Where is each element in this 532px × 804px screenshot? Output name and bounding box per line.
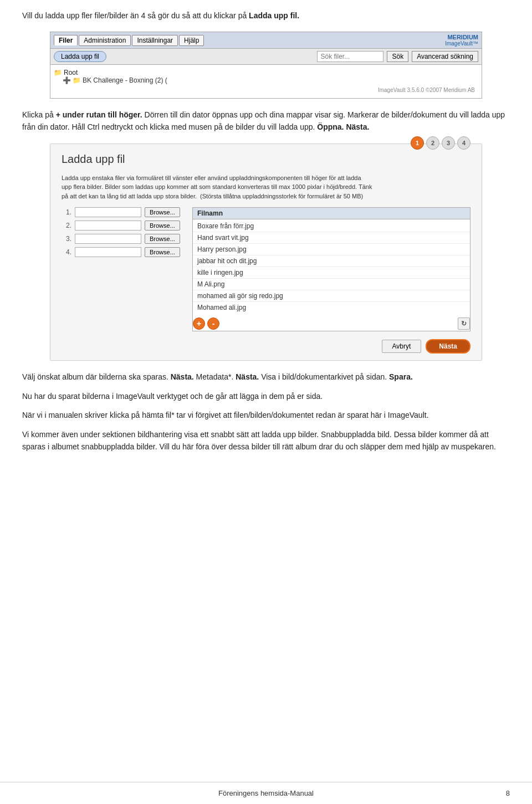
- footer-page-number: 8: [506, 789, 510, 797]
- file-input-1[interactable]: [75, 207, 141, 217]
- file-list-body: Boxare från förr.jpg Hand svart vit.jpg …: [193, 219, 470, 314]
- tree-child-label: BK Challenge - Boxning (2) (: [83, 76, 167, 84]
- lower-section-1: Välj önskat album där bilderna ska spara…: [22, 371, 510, 383]
- upload-description: Ladda upp enstaka filer via formuläret t…: [62, 173, 470, 201]
- tree-child: ➕ 📁 BK Challenge - Boxning (2) (: [63, 76, 478, 84]
- section-instruction: Klicka på + under rutan till höger. Dörr…: [22, 109, 510, 134]
- lower-section-2: Nu har du sparat bilderna i ImageVault v…: [22, 390, 510, 402]
- add-file-button[interactable]: +: [193, 317, 205, 330]
- lower-spara: Spara.: [389, 372, 413, 381]
- file-item-2: Hand svart vit.jpg: [193, 232, 470, 244]
- row-num-1: 1.: [62, 208, 71, 216]
- upload-row-3: 3. Browse...: [62, 234, 183, 244]
- search-input[interactable]: [317, 51, 383, 62]
- instruction-oppna: Öppna.: [317, 122, 344, 131]
- lower-nasta1: Nästa.: [171, 372, 194, 381]
- next-button[interactable]: Nästa: [426, 339, 470, 354]
- app-tree: 📁 Root ➕ 📁 BK Challenge - Boxning (2) (: [54, 67, 478, 86]
- row-num-3: 3.: [62, 235, 71, 243]
- footer-center: Föreningens hemsida-Manual: [218, 789, 314, 797]
- upload-dialog-title: Ladda upp fil: [62, 153, 125, 166]
- upload-steps: 1 2 3 4: [411, 136, 470, 150]
- file-item-8: Mohamed ali.jpg: [193, 302, 470, 313]
- app-titlebar: Filer Administration Inställningar Hjälp…: [50, 32, 482, 49]
- advsearch-button[interactable]: Avancerad sökning: [412, 51, 478, 62]
- logo-product: ImageVault™: [445, 40, 478, 47]
- top-para-text: Vill du ladda upp fler filer/bilder än 4…: [22, 11, 249, 20]
- instruction-nasta1: Nästa.: [346, 122, 369, 131]
- file-input-3[interactable]: [75, 234, 141, 244]
- file-list-header: Filnamn: [193, 208, 470, 219]
- upload-button[interactable]: Ladda upp fil: [54, 51, 106, 62]
- top-paragraph: Vill du ladda upp fler filer/bilder än 4…: [22, 10, 510, 22]
- page-wrapper: Vill du ladda upp fler filer/bilder än 4…: [0, 0, 532, 804]
- step-3: 3: [442, 136, 455, 150]
- logo-name: MERIDIUM: [445, 34, 478, 40]
- search-button[interactable]: Sök: [387, 51, 408, 62]
- page-footer: Föreningens hemsida-Manual 8: [0, 782, 532, 804]
- cancel-button[interactable]: Avbryt: [382, 340, 422, 353]
- nav-filer[interactable]: Filer: [54, 35, 78, 45]
- file-item-4: jabbar hit och dit.jpg: [193, 255, 470, 267]
- upload-list-controls: + - ↻: [193, 314, 470, 331]
- row-num-2: 2.: [62, 222, 71, 229]
- step-4: 4: [457, 136, 470, 150]
- file-item-1: Boxare från förr.jpg: [193, 221, 470, 232]
- file-input-4[interactable]: [75, 247, 141, 257]
- upload-row-2: 2. Browse...: [62, 221, 183, 231]
- file-item-6: M Ali.png: [193, 279, 470, 290]
- app-window: Filer Administration Inställningar Hjälp…: [50, 32, 482, 99]
- upload-left: 1. Browse... 2. Browse... 3. Browse...: [62, 207, 183, 331]
- browse-btn-2[interactable]: Browse...: [145, 221, 180, 231]
- file-input-2[interactable]: [75, 221, 141, 231]
- lower-section-4: Vi kommer även under sektionen bildhante…: [22, 428, 510, 453]
- remove-file-button[interactable]: -: [207, 317, 219, 330]
- nav-installningar[interactable]: Inställningar: [132, 35, 178, 46]
- tree-root-label: Root: [64, 69, 78, 76]
- app-footer-info: ImageVault 3.5.6.0 ©2007 Meridium AB: [54, 86, 478, 94]
- top-para-bold: Ladda upp fil.: [249, 11, 299, 20]
- upload-dialog: Ladda upp fil 1 2 3 4 Ladda upp enstaka …: [50, 144, 482, 361]
- folder-icon-child: 📁: [73, 76, 81, 84]
- upload-row-1: 1. Browse...: [62, 207, 183, 217]
- instruction-line1: Klicka på + under rutan till höger. Dörr…: [22, 109, 510, 134]
- browse-btn-4[interactable]: Browse...: [145, 247, 180, 257]
- step-1: 1: [411, 136, 424, 150]
- upload-body: 1. Browse... 2. Browse... 3. Browse...: [62, 207, 470, 331]
- browse-btn-3[interactable]: Browse...: [145, 234, 180, 244]
- row-num-4: 4.: [62, 248, 71, 256]
- app-body: 📁 Root ➕ 📁 BK Challenge - Boxning (2) ( …: [50, 65, 482, 98]
- refresh-button[interactable]: ↻: [458, 317, 470, 330]
- file-item-3: Harry person.jpg: [193, 244, 470, 255]
- upload-right: Filnamn Boxare från förr.jpg Hand svart …: [192, 207, 470, 331]
- lower-section-3: När vi i manualen skriver klicka på hämt…: [22, 409, 510, 421]
- tree-root: 📁 Root: [54, 69, 478, 76]
- upload-dialog-footer: Avbryt Nästa: [62, 339, 470, 354]
- lower-nasta2: Nästa.: [236, 372, 259, 381]
- app-toolbar: Ladda upp fil Sök Avancerad sökning: [50, 49, 482, 65]
- browse-btn-1[interactable]: Browse...: [145, 207, 180, 217]
- step-2: 2: [426, 136, 439, 150]
- folder-icon: 📁: [54, 69, 62, 76]
- tree-expand-icon: ➕: [63, 76, 71, 84]
- nav-hjalp[interactable]: Hjälp: [179, 35, 204, 46]
- instruction-plus: + under rutan till höger.: [56, 110, 142, 119]
- upload-row-4: 4. Browse...: [62, 247, 183, 257]
- file-item-7: mohamed ali gör sig redo.jpg: [193, 290, 470, 302]
- file-item-5: kille i ringen.jpg: [193, 267, 470, 279]
- nav-administration[interactable]: Administration: [79, 35, 131, 46]
- main-content: Vill du ladda upp fler filer/bilder än 4…: [0, 0, 532, 782]
